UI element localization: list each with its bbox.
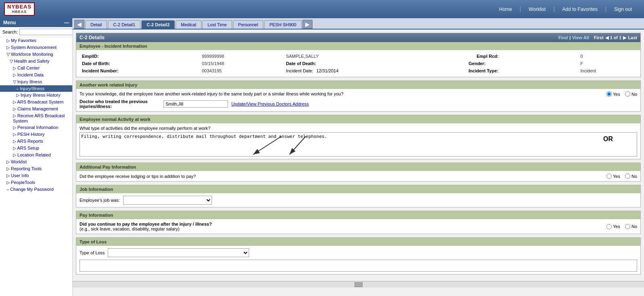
doctor-row: Doctor who treated the previous injuries… bbox=[80, 99, 637, 109]
pay-continue-question: Did you continue to pay the employee aft… bbox=[80, 222, 600, 226]
sidebar-item-ars-setup[interactable]: ▷ ARS Setup bbox=[0, 145, 72, 152]
tab-next-button[interactable]: ▶ bbox=[302, 20, 313, 29]
doctor-input[interactable] bbox=[164, 100, 228, 108]
pay-continue-yes-radio[interactable] bbox=[606, 224, 612, 229]
view-all-link[interactable]: View All bbox=[572, 35, 589, 40]
work-injury-no-radio[interactable] bbox=[625, 91, 630, 97]
activity-input-row: Filing, writing correspondence, distribu… bbox=[80, 132, 637, 156]
dod-label: Date of Death: bbox=[278, 60, 460, 67]
or-label: OR bbox=[603, 135, 613, 143]
page-content: C-2 Details Find | View All First ◀ 1 of… bbox=[73, 30, 644, 281]
job-info-box: Job Information Employee's job was: Full… bbox=[76, 185, 641, 207]
update-doctor-link[interactable]: Update/View Previous Doctors Address bbox=[231, 101, 309, 106]
normal-activity-header: Employee normal Activity at work bbox=[76, 115, 640, 123]
sidebar-item-pesh-history[interactable]: ▷ PESH History bbox=[0, 131, 72, 138]
work-injury-yes-label[interactable]: Yes bbox=[606, 91, 620, 97]
logo-area: NYBEAS HBEAS bbox=[4, 2, 35, 15]
work-injury-no-label[interactable]: No bbox=[625, 91, 637, 97]
sidebar-item-worklist[interactable]: ▷ Worklist bbox=[0, 159, 72, 165]
tab-medical[interactable]: Medical bbox=[176, 20, 201, 29]
find-link[interactable]: Find bbox=[558, 35, 568, 40]
menu-label: Menu bbox=[3, 20, 16, 25]
tab-c2-detail2[interactable]: C-2 Detail2 bbox=[141, 20, 175, 29]
tab-lost-time[interactable]: Lost Time bbox=[202, 20, 232, 29]
pay-info-body: Did you continue to pay the employee aft… bbox=[76, 219, 640, 234]
incident-num-label: Incident Number: bbox=[80, 67, 199, 74]
search-input[interactable] bbox=[19, 29, 73, 35]
c2-details-box: C-2 Details Find | View All First ◀ 1 of… bbox=[76, 33, 641, 77]
home-link[interactable]: Home bbox=[491, 6, 520, 12]
type-of-loss-body: Type of Loss Amputation Bruise/Contusion… bbox=[76, 246, 640, 274]
employee-job-select[interactable]: Full-time Part-time Seasonal Temporary bbox=[123, 196, 212, 205]
employee-info-section: Employee - Incident Information EmplID: … bbox=[76, 42, 640, 77]
pay-continue-no-label[interactable]: No bbox=[625, 224, 637, 229]
pay-info-box: Pay Information Did you continue to pay … bbox=[76, 211, 641, 234]
table-row: Date of Birth: 03/15/1948 Date of Death:… bbox=[80, 60, 637, 67]
additional-pay-no-label[interactable]: No bbox=[625, 173, 637, 179]
add-to-favorites-link[interactable]: Add to Favorites bbox=[554, 6, 606, 12]
sidebar-item-my-favorites[interactable]: ▷ My Favorites bbox=[0, 37, 72, 44]
incident-type-label: Incident Type: bbox=[460, 67, 578, 74]
incident-num-value: 00343195 bbox=[199, 67, 278, 74]
tab-detail[interactable]: Detail bbox=[85, 20, 107, 29]
employee-info-header: Employee - Incident Information bbox=[76, 42, 640, 50]
sidebar-item-ars-reports[interactable]: ▷ ARS Reports bbox=[0, 138, 72, 145]
tab-bar: ◀ Detail C-2 Detail1 C-2 Detail2 Medical… bbox=[73, 18, 644, 30]
sidebar-item-user-info[interactable]: ▷ User Info bbox=[0, 172, 72, 179]
bottom-scrollbar[interactable] bbox=[73, 281, 644, 288]
worklist-link[interactable]: Worklist bbox=[520, 6, 554, 12]
empl-rcd-label: Empl Rcd: bbox=[460, 53, 578, 60]
additional-pay-body: Did the employee receive lodging or tips… bbox=[76, 171, 640, 181]
type-of-loss-select[interactable]: Amputation Bruise/Contusion Burns Fractu… bbox=[108, 248, 249, 257]
work-injury-yes-radio[interactable] bbox=[606, 91, 612, 97]
activity-textarea[interactable]: Filing, writing correspondence, distribu… bbox=[80, 132, 637, 156]
logo-box: NYBEAS HBEAS bbox=[4, 2, 35, 15]
tab-pesh-sh900[interactable]: PESH SH900 bbox=[264, 20, 302, 29]
sidebar-item-receive-ars[interactable]: ▷ Receive ARS Broadcast System bbox=[0, 112, 72, 124]
prev-record-icon[interactable]: ◀ bbox=[605, 35, 608, 40]
type-of-loss-label: Type of Loss bbox=[80, 250, 105, 255]
sidebar-item-injury-illness[interactable]: ▽ Injury Illness bbox=[0, 78, 72, 85]
sidebar-item-ars-broadcast-system[interactable]: ▷ ARS Broadcast System bbox=[0, 99, 72, 106]
employee-job-row: Employee's job was: Full-time Part-time … bbox=[80, 196, 637, 205]
sidebar-item-change-password[interactable]: – Change My Password bbox=[0, 186, 72, 192]
pay-continue-radio-group: Yes No bbox=[606, 224, 637, 229]
pay-continue-no-radio[interactable] bbox=[625, 224, 630, 229]
sidebar-item-injury-illness-link[interactable]: – Injury/Illness bbox=[0, 85, 72, 92]
another-work-body: To your knowledge, did the employee have… bbox=[76, 89, 640, 111]
sidebar-item-system-announcement[interactable]: ▷ System Announcement bbox=[0, 44, 72, 51]
pay-continue-yes-label[interactable]: Yes bbox=[606, 224, 620, 229]
next-record-icon[interactable]: ▶ bbox=[623, 35, 626, 40]
additional-pay-no-radio[interactable] bbox=[625, 173, 630, 179]
sidebar-item-workforce-monitoring[interactable]: ▽ Workforce Monitoring bbox=[0, 51, 72, 58]
sidebar-item-personal-information[interactable]: ▷ Personal Information bbox=[0, 124, 72, 131]
sidebar-item-claims-management[interactable]: ▷ Claims Management bbox=[0, 106, 72, 112]
content-area: ◀ Detail C-2 Detail1 C-2 Detail2 Medical… bbox=[73, 18, 644, 296]
top-header: NYBEAS HBEAS Home Worklist Add to Favori… bbox=[0, 0, 644, 18]
type-of-loss-extra-area bbox=[80, 260, 637, 272]
sidebar-item-people-tools[interactable]: ▷ PeopleTools bbox=[0, 179, 72, 186]
table-row: Incident Number: 00343195 Incident Date:… bbox=[80, 67, 637, 74]
additional-pay-row: Did the employee receive lodging or tips… bbox=[80, 173, 637, 179]
pay-continue-row: Did you continue to pay the employee aft… bbox=[80, 222, 637, 231]
tab-personnel[interactable]: Personnel bbox=[233, 20, 264, 29]
sidebar-item-incident-data[interactable]: ▷ Incident Data bbox=[0, 72, 72, 78]
sidebar-item-health-and-safety[interactable]: ▽ Health and Safety bbox=[0, 58, 72, 65]
search-label: Search: bbox=[2, 30, 18, 34]
work-injury-row: To your knowledge, did the employee have… bbox=[80, 91, 637, 97]
sidebar-item-location-related[interactable]: ▷ Location Related bbox=[0, 152, 72, 159]
another-work-header: Another work related Injury bbox=[76, 81, 640, 89]
type-of-loss-row: Type of Loss Amputation Bruise/Contusion… bbox=[80, 248, 637, 257]
empl-name-value: SAMPLE,SALLY bbox=[278, 53, 460, 60]
additional-pay-yes-radio[interactable] bbox=[606, 173, 612, 179]
sign-out-link[interactable]: Sign out bbox=[606, 6, 640, 12]
sidebar-item-call-center[interactable]: ▷ Call Center bbox=[0, 65, 72, 72]
tab-prev-button[interactable]: ◀ bbox=[74, 20, 84, 29]
work-injury-question: To your knowledge, did the employee have… bbox=[80, 91, 600, 96]
additional-pay-yes-label[interactable]: Yes bbox=[606, 173, 620, 179]
tab-c2-detail1[interactable]: C-2 Detail1 bbox=[108, 20, 141, 29]
collapse-icon[interactable]: — bbox=[64, 20, 69, 25]
sidebar-item-reporting-tools[interactable]: ▷ Reporting Tools bbox=[0, 165, 72, 172]
sidebar-item-injury-illness-history[interactable]: ▷ Injury Illness History bbox=[0, 92, 72, 99]
gender-label: Gender: bbox=[460, 60, 578, 67]
